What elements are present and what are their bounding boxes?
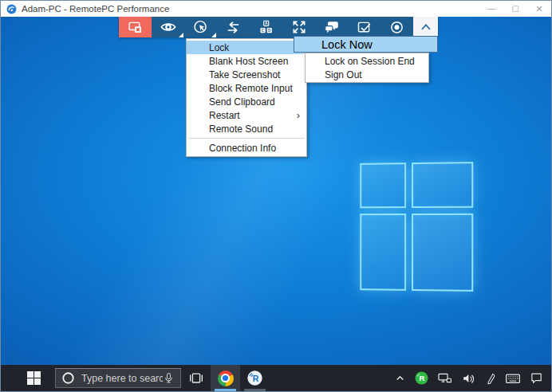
active-app-underline — [215, 389, 236, 391]
windows-start-icon — [27, 371, 41, 385]
record-session-button[interactable] — [380, 17, 413, 37]
cortana-icon — [61, 371, 75, 385]
close-button[interactable]: ✕ — [527, 1, 551, 17]
view-modes-button[interactable] — [152, 17, 184, 37]
remote-options-button[interactable] — [184, 17, 217, 37]
remotepc-icon: R — [246, 370, 263, 386]
menu-item-remote-sound[interactable]: Remote Sound — [187, 122, 306, 135]
menu-item-label: Block Remote Input — [209, 83, 293, 94]
menu-item-send-clipboard[interactable]: Send Clipboard — [187, 95, 306, 108]
microphone-icon[interactable] — [163, 372, 175, 384]
chrome-taskbar-button[interactable] — [211, 365, 240, 391]
expand-arrows-icon — [291, 19, 307, 35]
wallpaper-windows-logo — [360, 162, 473, 292]
minimize-button[interactable]: — — [479, 1, 503, 17]
chat-button[interactable] — [315, 17, 348, 37]
window-controls: — ▢ ✕ — [479, 1, 551, 17]
windows-ink-icon[interactable] — [484, 372, 496, 385]
menu-item-label: Connection Info — [209, 143, 276, 154]
task-view-icon — [188, 370, 204, 386]
collapse-toolbar-button[interactable] — [413, 17, 438, 37]
menu-item-label: Blank Host Screen — [209, 56, 288, 67]
chrome-icon — [218, 370, 234, 386]
search-placeholder: Type here to search — [81, 373, 163, 384]
menu-item-label: Lock — [209, 42, 229, 53]
whiteboard-pen-icon — [356, 19, 373, 36]
hidden-icons-chevron-icon[interactable] — [394, 372, 406, 384]
menu-item-take-screenshot[interactable]: Take Screenshot — [187, 68, 306, 81]
menu-item-blank-host-screen[interactable]: Blank Host Screen — [187, 54, 306, 68]
end-session-button[interactable] — [119, 17, 152, 37]
task-view-button[interactable] — [181, 365, 211, 391]
submenu-arrow-icon: › — [297, 109, 300, 121]
remotepc-app-icon — [6, 4, 17, 14]
dropdown-corner-indicator — [211, 33, 216, 37]
maximize-button[interactable]: ▢ — [503, 1, 527, 17]
chevron-up-icon — [419, 20, 433, 34]
swap-arrows-icon — [225, 19, 242, 36]
submenu-item-label: Lock Now — [321, 38, 373, 51]
dropdown-corner-indicator — [179, 33, 183, 37]
submenu-item-label: Lock on Session End — [325, 56, 415, 67]
svg-text:D: D — [268, 28, 271, 32]
menu-item-label: Restart — [209, 110, 240, 121]
system-tray: R — [394, 371, 551, 385]
touch-keyboard-icon[interactable] — [505, 372, 521, 385]
scale-screen-button[interactable] — [282, 17, 315, 37]
taskbar: Type here to search — [1, 365, 551, 391]
windows-logo-pane — [412, 214, 473, 292]
menu-item-connection-info[interactable]: Connection Info — [187, 141, 306, 155]
remote-control-icon — [192, 19, 209, 36]
session-toolbar: A C D — [119, 17, 438, 37]
svg-text:C: C — [262, 28, 265, 32]
submenu-item-lock-now[interactable]: Lock Now — [294, 36, 438, 53]
running-app-underline — [244, 389, 266, 391]
whiteboard-button[interactable] — [348, 17, 380, 37]
svg-text:R: R — [253, 374, 259, 383]
svg-text:R: R — [420, 374, 425, 382]
remote-session-window: Adam-PC - RemotePC Performance — ▢ ✕ — [0, 0, 552, 392]
remote-options-menu: Lock Blank Host Screen Take Screenshot B… — [186, 38, 307, 157]
abc-blocks-icon: A C D — [258, 19, 274, 36]
submenu-item-sign-out[interactable]: Sign Out — [306, 68, 428, 81]
remotepc-taskbar-button[interactable]: R — [240, 365, 270, 391]
windows-logo-pane — [412, 162, 473, 208]
menu-item-label: Remote Sound — [209, 123, 273, 135]
submenu-item-lock-on-session-end[interactable]: Lock on Session End — [306, 54, 428, 68]
remotepc-status-icon[interactable]: R — [415, 371, 428, 385]
action-center-icon[interactable] — [530, 371, 543, 385]
menu-item-label: Send Clipboard — [209, 96, 275, 108]
window-title: Adam-PC - RemotePC Performance — [22, 4, 169, 14]
windows-logo-pane — [360, 163, 406, 208]
menu-item-label: Take Screenshot — [209, 69, 280, 80]
network-icon[interactable] — [437, 371, 452, 385]
volume-icon[interactable] — [461, 372, 475, 385]
windows-logo-pane — [360, 214, 406, 291]
lock-submenu: Lock on Session End Sign Out — [305, 53, 429, 83]
submenu-item-label: Sign Out — [325, 69, 362, 80]
menu-item-restart[interactable]: Restart › — [187, 108, 306, 122]
hotkeys-button[interactable]: A C D — [250, 17, 282, 37]
chat-bubbles-icon — [323, 18, 341, 36]
monitor-x-icon — [127, 19, 144, 36]
taskbar-search-input[interactable]: Type here to search — [55, 368, 181, 388]
titlebar: Adam-PC - RemotePC Performance — ▢ ✕ — [1, 1, 551, 17]
menu-item-block-remote-input[interactable]: Block Remote Input — [187, 81, 306, 95]
file-transfer-button[interactable] — [217, 17, 250, 37]
remote-desktop-view[interactable]: A C D — [1, 17, 551, 391]
menu-separator — [188, 138, 305, 139]
svg-text:A: A — [265, 22, 268, 25]
eye-icon — [160, 18, 177, 36]
start-button[interactable] — [12, 365, 55, 391]
menu-item-lock[interactable]: Lock — [187, 41, 306, 54]
record-icon — [388, 19, 405, 36]
